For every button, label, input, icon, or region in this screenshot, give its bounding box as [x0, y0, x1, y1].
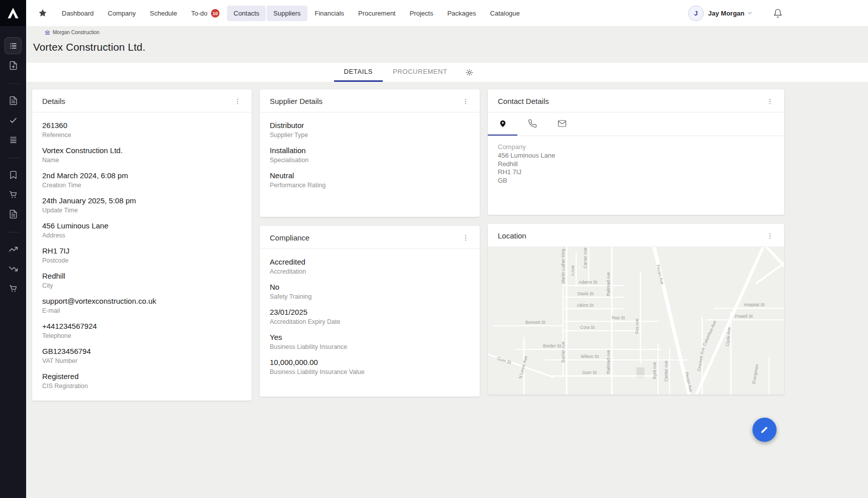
svg-text:Cora St: Cora St — [580, 325, 595, 330]
contact-address-line: Redhill — [498, 160, 774, 169]
nav-item-catalogue[interactable]: Catalogue — [484, 6, 526, 21]
tab-settings-gear-icon[interactable] — [457, 63, 482, 82]
sidebar-divider — [7, 232, 19, 232]
compliance-fields: AccreditedAccreditationNoSafety Training… — [260, 249, 480, 387]
card-title: Compliance — [270, 233, 309, 242]
mail-icon — [558, 119, 567, 128]
sidebar-item-cart[interactable] — [5, 186, 22, 203]
svg-text:Carver Ave: Carver Ave — [583, 247, 588, 269]
svg-text:Border St: Border St — [543, 343, 562, 348]
field-label: Telephone — [42, 332, 242, 340]
field-label: Creation Time — [42, 182, 242, 189]
breadcrumb[interactable]: Morgan Construction — [26, 26, 99, 35]
app-logo[interactable] — [0, 0, 26, 26]
contact-tab-phone[interactable] — [517, 112, 547, 136]
kebab-menu-icon[interactable] — [230, 97, 246, 105]
svg-text:Pecan Ave: Pecan Ave — [656, 264, 665, 285]
contact-address-line: 456 Luminous Lane — [498, 152, 774, 160]
field-reference: 261360Reference — [42, 120, 242, 139]
svg-text:Barrier Ave: Barrier Ave — [561, 341, 566, 362]
svg-text:Railroad Ave: Railroad Ave — [606, 272, 611, 296]
sidebar-item-rows[interactable] — [5, 131, 22, 148]
svg-text:A Ave: A Ave — [570, 265, 575, 276]
sidebar-item-cart[interactable] — [5, 280, 22, 297]
phone-icon — [528, 119, 537, 128]
map-canvas[interactable]: Pecan AvePecan AveColumbus AveRailroad A… — [488, 247, 784, 395]
contact-details-card: Contact Details Company 456 Luminous Lan… — [488, 89, 784, 215]
nav-item-label: Dashboard — [62, 10, 94, 17]
breadcrumb-label: Morgan Construction — [53, 30, 99, 35]
svg-text:Crockett Ave: Crockett Ave — [696, 347, 705, 371]
field-label: Address — [42, 232, 242, 239]
field-value: 10,000,000.00 — [270, 357, 470, 367]
sidebar-item-check[interactable] — [5, 111, 22, 129]
field-value: Yes — [270, 332, 470, 342]
field-value: support@vortexconstruction.co.uk — [42, 296, 242, 306]
nav-item-label: To-do — [191, 10, 207, 17]
tab-details[interactable]: DETAILS — [334, 63, 383, 82]
kebab-menu-icon[interactable] — [762, 232, 778, 240]
nav-item-label: Procurement — [358, 10, 395, 17]
trend-down-icon — [9, 264, 18, 274]
contact-tab-mail[interactable] — [547, 112, 577, 136]
nav-item-label: Catalogue — [490, 10, 520, 17]
sidebar-item-bookmark[interactable] — [5, 166, 22, 183]
nav-item-financials[interactable]: Financials — [308, 6, 351, 21]
sidebar-item-document[interactable] — [5, 205, 22, 222]
nav-item-company[interactable]: Company — [101, 6, 143, 21]
field-supplier-type: DistributorSupplier Type — [270, 120, 470, 139]
document-icon — [9, 209, 18, 219]
sidebar-item-trend-up[interactable] — [5, 240, 22, 258]
sidebar-item-file-plus[interactable] — [5, 57, 22, 74]
user-name[interactable]: Jay Morgan — [708, 10, 744, 17]
cart-icon — [9, 190, 18, 199]
sidebar-item-document[interactable] — [5, 92, 22, 109]
field-label: Supplier Type — [270, 132, 470, 139]
nav-item-suppliers[interactable]: Suppliers — [267, 6, 307, 21]
kebab-menu-icon[interactable] — [458, 234, 474, 242]
svg-text:Adams St: Adams St — [579, 280, 597, 285]
field-label: CIS Registration — [42, 383, 242, 390]
map[interactable]: Pecan AvePecan AveColumbus AveRailroad A… — [488, 247, 784, 395]
avatar[interactable]: J — [688, 6, 704, 21]
nav-item-packages[interactable]: Packages — [441, 6, 482, 21]
todo-count-badge: 10 — [211, 9, 220, 18]
chevron-down-icon[interactable] — [747, 10, 753, 16]
contact-address: Company 456 Luminous LaneRedhillRH1 7IJG… — [488, 136, 784, 192]
field-value: GB123456794 — [42, 346, 242, 356]
sidebar-item-trend-down[interactable] — [5, 260, 22, 277]
field-specialisation: InstallationSpecialisation — [270, 146, 470, 164]
edit-fab[interactable] — [752, 418, 777, 442]
notifications-bell-icon[interactable] — [773, 9, 783, 18]
rows-icon — [9, 135, 18, 145]
nav-item-projects[interactable]: Projects — [403, 6, 440, 21]
field-label: Safety Training — [270, 293, 470, 301]
tab-procurement[interactable]: PROCUREMENT — [383, 63, 457, 82]
svg-text:Wilson St: Wilson St — [581, 354, 599, 359]
field-value: 2nd March 2024, 6:08 pm — [42, 171, 242, 180]
card-title: Contact Details — [498, 97, 549, 105]
nav-item-schedule[interactable]: Schedule — [143, 6, 183, 21]
kebab-menu-icon[interactable] — [458, 97, 474, 105]
favorites-star-icon[interactable] — [38, 9, 47, 18]
svg-text:Atkins St: Atkins St — [577, 303, 594, 308]
field-performance-rating: NeutralPerformance Rating — [270, 171, 470, 189]
nav-item-to-do[interactable]: To-do10 — [184, 5, 226, 22]
field-label: Accreditation Expiry Date — [270, 318, 470, 326]
content-area: Details 261360ReferenceVortex Constructi… — [32, 89, 784, 401]
cart-icon — [9, 284, 18, 293]
organization-bank-icon — [45, 30, 50, 35]
nav-item-procurement[interactable]: Procurement — [352, 6, 402, 21]
card-title: Supplier Details — [270, 97, 322, 105]
nav-item-contacts[interactable]: Contacts — [227, 6, 266, 21]
field-creation-time: 2nd March 2024, 6:08 pmCreation Time — [42, 171, 242, 189]
kebab-menu-icon[interactable] — [762, 97, 778, 105]
nav-item-dashboard[interactable]: Dashboard — [55, 6, 100, 21]
contact-address-line: RH1 7IJ — [498, 168, 774, 177]
page-header: Morgan Construction Vortex Construction … — [26, 26, 868, 63]
contact-tab-location[interactable] — [488, 112, 517, 136]
field-update-time: 24th January 2025, 5:08 pmUpdate Time — [42, 196, 242, 214]
field-address: 456 Luminous LaneAddress — [42, 221, 242, 239]
svg-text:Martin Luther King Junior Dr: Martin Luther King Junior Dr — [561, 247, 566, 284]
sidebar-item-list[interactable] — [5, 37, 22, 54]
